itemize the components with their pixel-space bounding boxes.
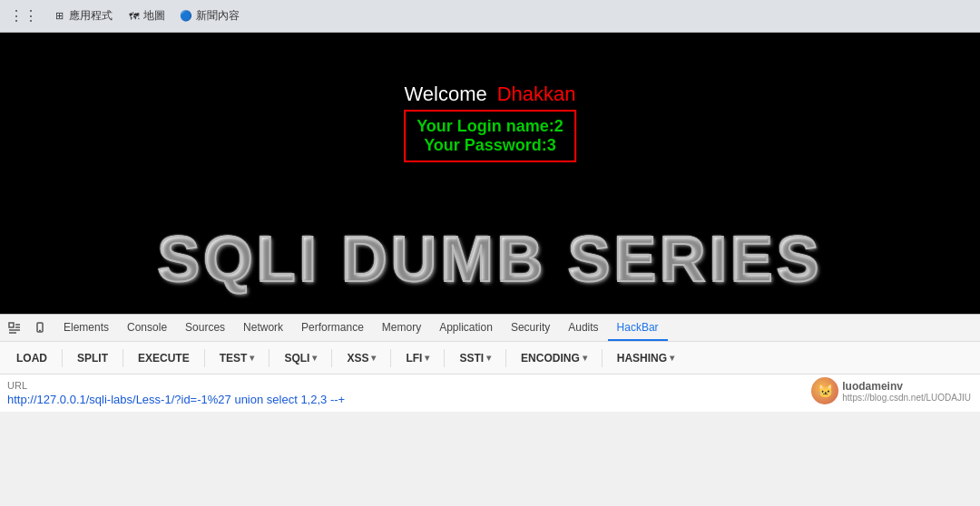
encoding-dropdown-arrow: ▾ xyxy=(583,353,587,363)
separator-6 xyxy=(390,349,391,367)
xss-dropdown-arrow: ▾ xyxy=(371,353,376,363)
hackbar-lfi-button[interactable]: LFI ▾ xyxy=(397,348,438,368)
separator-9 xyxy=(602,349,603,367)
watermark: 🐱 luodameinv https://blog.csdn.net/LUODA… xyxy=(811,377,971,404)
bookmark-maps[interactable]: 🗺 地圖 xyxy=(123,6,169,25)
ssti-dropdown-arrow: ▾ xyxy=(486,353,491,363)
tab-memory[interactable]: Memory xyxy=(373,315,430,341)
tab-network[interactable]: Network xyxy=(234,315,292,341)
login-info-box: Your Login name:2 Your Password:3 xyxy=(404,110,576,162)
maps-icon: 🗺 xyxy=(127,10,140,23)
tab-audits[interactable]: Audits xyxy=(559,315,607,341)
tab-sources[interactable]: Sources xyxy=(176,315,234,341)
tab-console[interactable]: Console xyxy=(118,315,176,341)
tab-performance[interactable]: Performance xyxy=(292,315,373,341)
bookmark-maps-label: 地圖 xyxy=(143,8,165,24)
watermark-site: luodameinv xyxy=(842,380,971,393)
welcome-name: Dhakkan xyxy=(497,83,576,105)
separator-5 xyxy=(331,349,332,367)
tab-hackbar[interactable]: HackBar xyxy=(608,315,668,341)
apps-icon: ⊞ xyxy=(53,10,65,23)
hackbar-split-button[interactable]: SPLIT xyxy=(68,348,117,368)
bookmark-apps[interactable]: ⊞ 應用程式 xyxy=(49,6,116,25)
hackbar-xss-button[interactable]: XSS ▾ xyxy=(338,348,385,368)
hackbar-sqli-button[interactable]: SQLI ▾ xyxy=(275,348,326,368)
lfi-dropdown-arrow: ▾ xyxy=(425,353,429,363)
tab-elements[interactable]: Elements xyxy=(54,315,118,341)
tab-security[interactable]: Security xyxy=(502,315,559,341)
news-icon: 🔵 xyxy=(180,10,192,23)
hackbar-load-button[interactable]: LOAD xyxy=(7,348,56,368)
password-label: Your Password:3 xyxy=(416,136,564,155)
separator-1 xyxy=(62,349,63,367)
hackbar-url-area: URL http://127.0.0.1/sqli-labs/Less-1/?i… xyxy=(0,375,980,412)
devtools-toolbar: Elements Console Sources Network Perform… xyxy=(0,315,980,342)
tab-application[interactable]: Application xyxy=(430,315,502,341)
hackbar-test-button[interactable]: TEST ▾ xyxy=(211,348,264,368)
hackbar-toolbar: LOAD SPLIT EXECUTE TEST ▾ SQLI ▾ XSS ▾ L… xyxy=(0,342,980,375)
login-label: Your Login name:2 xyxy=(416,117,564,136)
welcome-section: Welcome Dhakkan Your Login name:2 Your P… xyxy=(404,83,576,162)
sqli-title: SQLI DUMB SERIES xyxy=(158,223,823,296)
apps-grid-icon: ⋮⋮ xyxy=(9,7,38,24)
hackbar-execute-button[interactable]: EXECUTE xyxy=(129,348,199,368)
sqli-dropdown-arrow: ▾ xyxy=(312,353,317,363)
inspect-element-icon[interactable] xyxy=(4,317,25,339)
svg-rect-0 xyxy=(9,323,14,327)
url-value[interactable]: http://127.0.0.1/sqli-labs/Less-1/?id=-1… xyxy=(7,393,345,406)
bookmark-apps-label: 應用程式 xyxy=(69,8,113,24)
bookmark-news-label: 新聞內容 xyxy=(196,8,240,24)
hackbar-hashing-button[interactable]: HASHING ▾ xyxy=(608,348,683,368)
test-dropdown-arrow: ▾ xyxy=(250,353,254,363)
watermark-url: https://blog.csdn.net/LUODAJIU xyxy=(842,393,971,403)
separator-4 xyxy=(269,349,270,367)
welcome-prefix: Welcome xyxy=(405,83,487,105)
separator-3 xyxy=(204,349,205,367)
bookmarks-container: ⊞ 應用程式 🗺 地圖 🔵 新聞內容 xyxy=(49,6,243,25)
browser-bookmarks-bar: ⋮⋮ ⊞ 應用程式 🗺 地圖 🔵 新聞內容 xyxy=(0,0,980,33)
devtools-panel: Elements Console Sources Network Perform… xyxy=(0,314,980,412)
hackbar-ssti-button[interactable]: SSTI ▾ xyxy=(450,348,500,368)
hackbar-encoding-button[interactable]: ENCODING ▾ xyxy=(512,348,596,368)
separator-8 xyxy=(505,349,506,367)
watermark-logo: 🐱 xyxy=(811,377,838,404)
separator-7 xyxy=(444,349,445,367)
hashing-dropdown-arrow: ▾ xyxy=(670,353,674,363)
separator-2 xyxy=(122,349,123,367)
mobile-device-icon[interactable] xyxy=(29,317,51,339)
webpage-content: Welcome Dhakkan Your Login name:2 Your P… xyxy=(0,33,980,314)
devtools-tabs: Elements Console Sources Network Perform… xyxy=(54,315,976,341)
welcome-line: Welcome Dhakkan xyxy=(404,83,576,106)
bookmark-news[interactable]: 🔵 新聞內容 xyxy=(176,6,243,25)
